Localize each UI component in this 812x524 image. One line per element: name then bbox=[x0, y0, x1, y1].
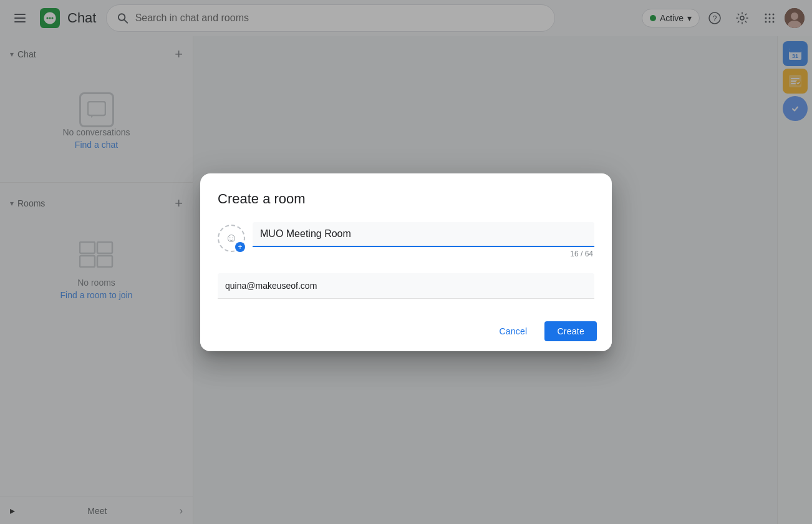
emoji-picker-button[interactable]: ☺ + bbox=[218, 225, 245, 252]
room-name-input-group: 16 / 64 bbox=[253, 222, 594, 258]
char-count: 16 / 64 bbox=[253, 250, 594, 258]
create-button[interactable]: Create bbox=[544, 321, 597, 341]
cancel-button[interactable]: Cancel bbox=[486, 321, 539, 341]
emoji-plus-icon: + bbox=[235, 242, 245, 252]
modal-overlay: Create a room ☺ + 16 / 64 Cancel Create bbox=[0, 0, 812, 524]
dialog-footer: Cancel Create bbox=[200, 314, 612, 351]
emoji-face-icon: ☺ bbox=[225, 231, 238, 245]
dialog-body: Create a room ☺ + 16 / 64 bbox=[200, 173, 612, 314]
create-room-dialog: Create a room ☺ + 16 / 64 Cancel Create bbox=[200, 173, 612, 351]
people-input[interactable] bbox=[218, 273, 594, 299]
room-name-input[interactable] bbox=[253, 222, 594, 247]
dialog-title: Create a room bbox=[218, 191, 594, 207]
room-name-row: ☺ + 16 / 64 bbox=[218, 222, 594, 258]
